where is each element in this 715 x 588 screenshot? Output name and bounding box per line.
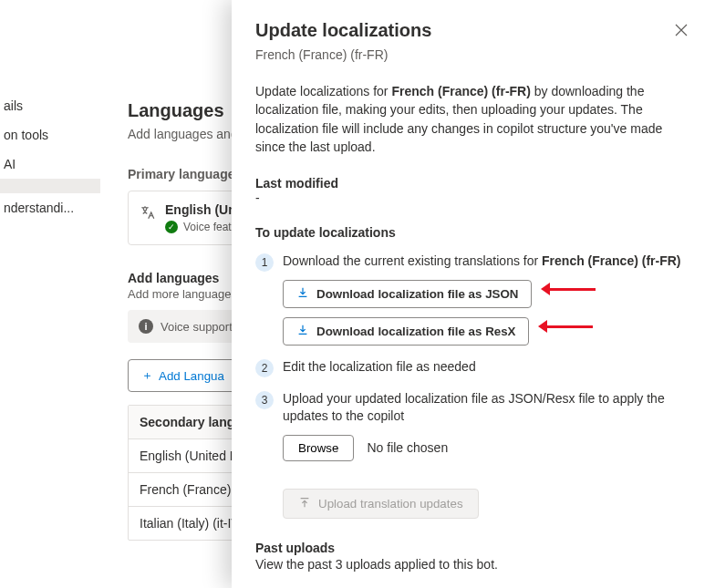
update-localizations-panel: Update localizations French (France) (fr… [232,0,715,588]
voice-feature-label: Voice feat [183,221,232,233]
sidebar-item[interactable]: nderstandi... [0,193,100,222]
sidebar-item[interactable]: on tools [0,120,100,150]
upload-icon [298,496,311,511]
step-number-badge: 3 [255,391,274,409]
translate-icon [140,202,156,224]
step-number-badge: 1 [255,253,274,272]
download-json-label: Download localization file as JSON [316,287,518,301]
annotation-arrow [538,322,593,331]
past-uploads-title: Past uploads [255,541,691,555]
last-modified-label: Last modified [255,176,691,191]
upload-button-label: Upload translation updates [318,497,463,511]
plus-icon: ＋ [141,367,153,384]
step-3-text: Upload your updated localization file as… [283,390,691,426]
step-2-text: Edit the localization file as needed [283,358,691,377]
check-icon: ✓ [165,221,178,233]
download-resx-button[interactable]: Download localization file as ResX [283,317,529,346]
sidebar-nav: ails on tools AI nderstandi... [0,0,109,588]
sidebar-item[interactable]: ails [0,91,100,120]
add-language-label: Add Langua [159,369,224,383]
upload-button: Upload translation updates [283,489,479,519]
last-modified-value: - [255,191,691,205]
panel-subtitle: French (France) (fr-FR) [255,47,691,62]
download-resx-label: Download localization file as ResX [316,325,515,338]
download-icon [296,286,309,302]
add-language-button[interactable]: ＋ Add Langua [128,359,238,392]
sidebar-item-selected[interactable] [0,179,100,193]
sidebar-item[interactable]: AI [0,150,100,179]
browse-button[interactable]: Browse [283,435,354,461]
panel-title: Update localizations [255,20,431,41]
annotation-arrow [541,284,596,294]
step-3: 3 Upload your updated localization file … [255,390,691,461]
download-icon [296,324,309,339]
step-number-badge: 2 [255,359,274,377]
close-button[interactable] [671,20,691,44]
step-1: 1 Download the current existing translat… [255,253,691,346]
download-json-button[interactable]: Download localization file as JSON [283,280,532,308]
past-uploads-subtitle: View the past 3 uploads applied to this … [255,557,691,572]
close-icon [675,24,688,36]
step-2: 2 Edit the localization file as needed [255,358,691,377]
step-1-text: Download the current existing translatio… [283,253,691,271]
info-icon: i [139,319,153,334]
steps-title: To update localizations [255,225,691,240]
no-file-label: No file chosen [367,439,448,458]
panel-intro: Update localizations for French (France)… [255,82,691,156]
